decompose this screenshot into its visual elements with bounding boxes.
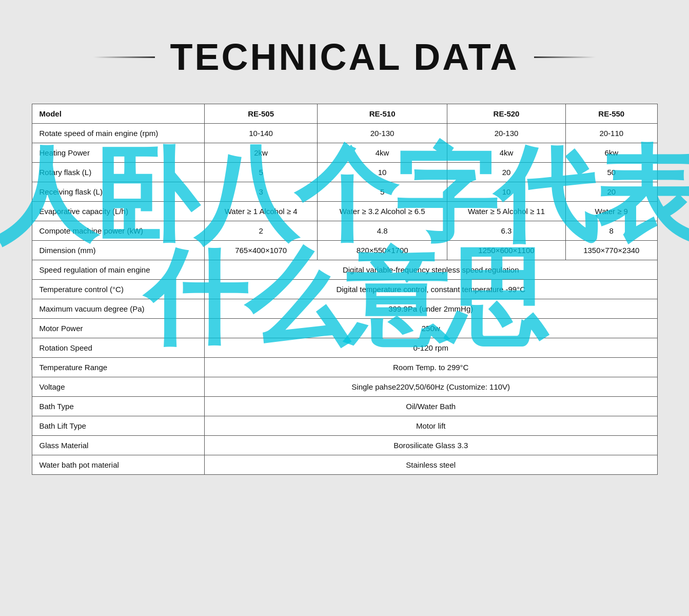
- table-row: Speed regulation of main engineDigital v…: [32, 260, 657, 280]
- row-1-col-2: 4kw: [447, 143, 565, 163]
- row-3-col-2: 10: [447, 182, 565, 202]
- row-1-col-3: 6kw: [566, 143, 657, 163]
- col-header-re505: RE-505: [204, 104, 317, 124]
- row-label-14: Bath Type: [32, 397, 204, 416]
- row-1-col-0: 2kw: [204, 143, 317, 163]
- table-row: Water bath pot materialStainless steel: [32, 455, 657, 475]
- row-span-value-15: Motor lift: [204, 416, 657, 436]
- row-span-value-16: Borosilicate Glass 3.3: [204, 436, 657, 455]
- row-span-value-13: Single pahse220V,50/60Hz (Customize: 110…: [204, 377, 657, 397]
- row-label-1: Heating Power: [32, 143, 204, 163]
- page-title: TECHNICAL DATA: [155, 36, 535, 78]
- row-label-2: Rotary flask (L): [32, 163, 204, 182]
- row-6-col-1: 820×550×1700: [318, 241, 447, 260]
- technical-data-table: ModelRE-505RE-510RE-520RE-550 Rotate spe…: [32, 104, 658, 475]
- row-span-value-7: Digital variable-frequency stepless spee…: [204, 260, 657, 280]
- row-4-col-0: Water ≥ 1 Alcohol ≥ 4: [204, 202, 317, 221]
- table-row: Bath TypeOil/Water Bath: [32, 397, 657, 416]
- row-6-col-3: 1350×770×2340: [566, 241, 657, 260]
- row-3-col-0: 3: [204, 182, 317, 202]
- row-span-value-14: Oil/Water Bath: [204, 397, 657, 416]
- row-label-17: Water bath pot material: [32, 455, 204, 475]
- row-3-col-3: 20: [566, 182, 657, 202]
- table-row: Temperature control (°C)Digital temperat…: [32, 280, 657, 299]
- row-span-value-17: Stainless steel: [204, 455, 657, 475]
- table-row: Dimension (mm)765×400×1070820×550×170012…: [32, 241, 657, 260]
- header-line-right: [534, 56, 596, 58]
- header-line-left: [93, 56, 155, 58]
- row-5-col-2: 6.3: [447, 221, 565, 241]
- table-row: Rotary flask (L)5102050: [32, 163, 657, 182]
- table-container: ModelRE-505RE-510RE-520RE-550 Rotate spe…: [32, 104, 658, 475]
- row-6-col-2: 1250×600×1100: [447, 241, 565, 260]
- row-label-0: Rotate speed of main engine (rpm): [32, 124, 204, 143]
- row-span-value-10: 250w: [204, 319, 657, 338]
- row-label-7: Speed regulation of main engine: [32, 260, 204, 280]
- row-span-value-8: Digital temperature control, constant te…: [204, 280, 657, 299]
- row-6-col-0: 765×400×1070: [204, 241, 317, 260]
- row-span-value-12: Room Temp. to 299°C: [204, 358, 657, 377]
- row-4-col-2: Water ≥ 5 Alcohol ≥ 11: [447, 202, 565, 221]
- row-label-8: Temperature control (°C): [32, 280, 204, 299]
- row-0-col-3: 20-110: [566, 124, 657, 143]
- table-row: Rotate speed of main engine (rpm)10-1402…: [32, 124, 657, 143]
- row-4-col-1: Water ≥ 3.2 Alcohol ≥ 6.5: [318, 202, 447, 221]
- row-label-11: Rotation Speed: [32, 338, 204, 358]
- row-0-col-2: 20-130: [447, 124, 565, 143]
- row-label-9: Maximum vacuum degree (Pa): [32, 299, 204, 319]
- row-label-12: Temperature Range: [32, 358, 204, 377]
- row-label-15: Bath Lift Type: [32, 416, 204, 436]
- row-label-4: Evaporative capacity (L/h): [32, 202, 204, 221]
- table-row: Heating Power2kw4kw4kw6kw: [32, 143, 657, 163]
- row-4-col-3: Water ≥ 9: [566, 202, 657, 221]
- col-header-re510: RE-510: [318, 104, 447, 124]
- row-label-10: Motor Power: [32, 319, 204, 338]
- table-row: VoltageSingle pahse220V,50/60Hz (Customi…: [32, 377, 657, 397]
- col-header-model: Model: [32, 104, 204, 124]
- row-3-col-1: 5: [318, 182, 447, 202]
- table-row: Evaporative capacity (L/h)Water ≥ 1 Alco…: [32, 202, 657, 221]
- col-header-re520: RE-520: [447, 104, 565, 124]
- table-row: Bath Lift TypeMotor lift: [32, 416, 657, 436]
- row-label-5: Compote machine power (kW): [32, 221, 204, 241]
- table-row: Compote machine power (kW)24.86.38: [32, 221, 657, 241]
- header-section: TECHNICAL DATA: [31, 36, 658, 78]
- row-label-6: Dimension (mm): [32, 241, 204, 260]
- row-5-col-0: 2: [204, 221, 317, 241]
- row-1-col-1: 4kw: [318, 143, 447, 163]
- row-label-13: Voltage: [32, 377, 204, 397]
- table-row: Temperature RangeRoom Temp. to 299°C: [32, 358, 657, 377]
- row-0-col-1: 20-130: [318, 124, 447, 143]
- row-label-16: Glass Material: [32, 436, 204, 455]
- table-row: Receiving flask (L)351020: [32, 182, 657, 202]
- table-row: Motor Power250w: [32, 319, 657, 338]
- row-0-col-0: 10-140: [204, 124, 317, 143]
- row-span-value-11: 0-120 rpm: [204, 338, 657, 358]
- row-2-col-2: 20: [447, 163, 565, 182]
- table-header-row: ModelRE-505RE-510RE-520RE-550: [32, 104, 657, 124]
- table-row: Glass MaterialBorosilicate Glass 3.3: [32, 436, 657, 455]
- row-label-3: Receiving flask (L): [32, 182, 204, 202]
- table-row: Rotation Speed0-120 rpm: [32, 338, 657, 358]
- table-row: Maximum vacuum degree (Pa)399.9Pa (under…: [32, 299, 657, 319]
- col-header-re550: RE-550: [566, 104, 657, 124]
- row-5-col-3: 8: [566, 221, 657, 241]
- row-2-col-3: 50: [566, 163, 657, 182]
- row-2-col-0: 5: [204, 163, 317, 182]
- row-span-value-9: 399.9Pa (under 2mmHg): [204, 299, 657, 319]
- row-5-col-1: 4.8: [318, 221, 447, 241]
- row-2-col-1: 10: [318, 163, 447, 182]
